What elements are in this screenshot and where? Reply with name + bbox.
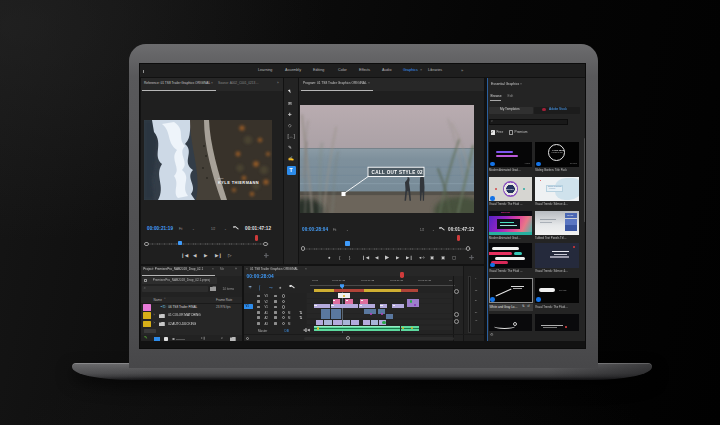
svg-text:Surfer: Surfer [218, 177, 224, 179]
svg-text:CALL OUT STYLE 02: CALL OUT STYLE 02 [372, 170, 424, 175]
svg-text:KYLE THIERMANN: KYLE THIERMANN [218, 180, 259, 185]
